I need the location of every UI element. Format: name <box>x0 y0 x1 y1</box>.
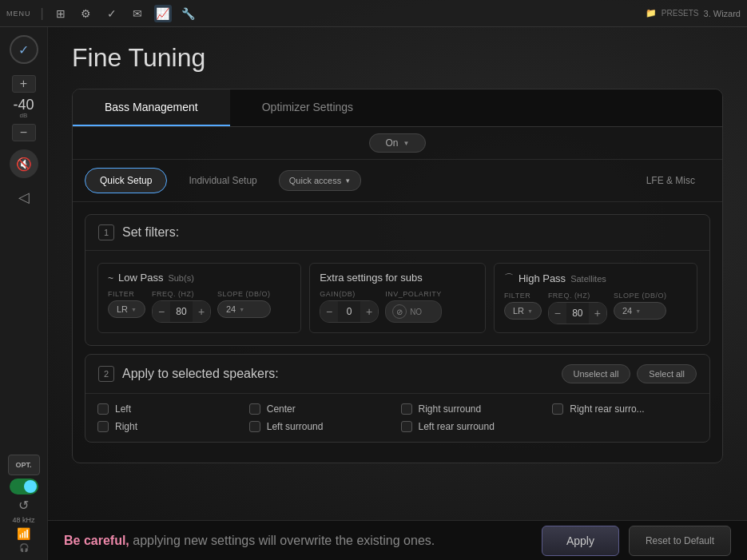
toolbar-icons: ⊞ ⚙ ✓ ✉ 📈 🔧 <box>52 5 197 22</box>
section2-header: 2 Apply to selected speakers: Unselect a… <box>85 355 709 394</box>
subtab-quick-setup[interactable]: Quick Setup <box>85 168 167 193</box>
high-pass-slope-label: SLOPE (dB/o) <box>614 292 667 300</box>
volume-value: -40 <box>13 97 34 112</box>
main-content: Fine Tuning Bass Management Optimizer Se… <box>48 27 747 560</box>
high-pass-filter-select[interactable]: LR <box>504 302 542 320</box>
chart-icon[interactable]: 📈 <box>154 5 172 22</box>
presets-label: PRESETS <box>662 9 699 18</box>
mail-icon[interactable]: ✉ <box>129 5 146 22</box>
extra-name: Extra settings for subs <box>320 272 423 284</box>
speaker-center-label: Center <box>267 403 296 415</box>
speaker-left-label: Left <box>115 403 131 415</box>
high-pass-freq-decrement[interactable]: − <box>549 303 566 324</box>
low-pass-slope-label: SLOPE (dB/o) <box>217 290 271 298</box>
volume-down-button[interactable]: − <box>12 124 36 141</box>
speaker-left-checkbox[interactable] <box>97 403 109 415</box>
speaker-left-surround-checkbox[interactable] <box>249 421 260 432</box>
filter-high-pass: ⌒ High Pass Satellites FILTER LR FREQ. (… <box>494 263 697 333</box>
high-pass-sub: Satellites <box>570 274 606 284</box>
section2-title: Apply to selected speakers: <box>122 367 279 381</box>
tool-icon[interactable]: 🔧 <box>180 5 197 22</box>
high-pass-freq-increment[interactable]: + <box>589 303 606 324</box>
low-pass-freq-decrement[interactable]: − <box>153 301 170 322</box>
gain-value: 0 <box>338 306 360 317</box>
speaker-left: Left <box>97 403 243 415</box>
high-pass-title: ⌒ High Pass Satellites <box>504 272 687 285</box>
select-all-button[interactable]: Select all <box>637 364 697 383</box>
extra-title-row: Extra settings for subs <box>320 272 475 284</box>
gain-increment[interactable]: + <box>360 301 378 322</box>
speaker-center-checkbox[interactable] <box>249 403 260 415</box>
low-pass-filter-select[interactable]: LR <box>108 300 145 318</box>
gain-label: GAIN(dB) <box>320 290 379 298</box>
speaker-right-rear: Right rear surro... <box>552 403 697 415</box>
frequency-label: 48 kHz <box>12 516 34 524</box>
logo: ✓ <box>10 35 38 64</box>
headphone-icon[interactable]: 🎧 <box>19 543 29 552</box>
speaker-button[interactable]: ◁ <box>10 183 38 212</box>
page-title: Fine Tuning <box>72 43 723 73</box>
high-pass-freq-group: FREQ. (hz) − 80 + <box>548 292 607 324</box>
speaker-left-rear-checkbox[interactable] <box>401 421 412 432</box>
quick-access-dropdown[interactable]: Quick access <box>279 170 361 191</box>
main-card: Bass Management Optimizer Settings On Qu… <box>72 89 723 463</box>
sidebar-bottom: OPT. ↺ 48 kHz 📶 🎧 <box>8 455 40 552</box>
speaker-right-checkbox[interactable] <box>97 421 109 432</box>
high-pass-slope-select[interactable]: 24 <box>614 302 667 320</box>
grid-icon[interactable]: ⊞ <box>52 5 70 22</box>
subtab-lfe-misc[interactable]: LFE & Misc <box>631 168 710 193</box>
gain-stepper[interactable]: − 0 + <box>320 300 379 323</box>
refresh-icon[interactable]: ↺ <box>18 498 29 513</box>
low-pass-sub: Sub(s) <box>168 273 193 283</box>
inv-polarity-value: NO <box>410 308 422 316</box>
low-pass-freq-increment[interactable]: + <box>193 301 210 322</box>
low-pass-freq-stepper[interactable]: − 80 + <box>152 300 211 323</box>
wifi-icon: 📶 <box>17 527 30 540</box>
speaker-left-surround: Left surround <box>249 421 395 432</box>
section1-title: Set filters: <box>122 225 179 240</box>
speaker-left-rear-label: Left rear surround <box>419 421 495 432</box>
reset-button[interactable]: Reset to Default <box>629 526 731 556</box>
speakers-grid: Left Center Right surround Right rear su… <box>85 394 709 442</box>
toolbar: MENU | ⊞ ⚙ ✓ ✉ 📈 🔧 📁 PRESETS 3. Wizard <box>0 0 747 27</box>
speaker-right-label: Right <box>115 421 137 432</box>
low-pass-slope-select[interactable]: 24 <box>217 300 271 318</box>
status-bar: On <box>73 127 722 160</box>
section-filters: 1 Set filters: ~ Low Pass Sub(s) FILT <box>85 214 710 346</box>
tab-optimizer-settings[interactable]: Optimizer Settings <box>230 89 385 126</box>
low-pass-name: Low Pass <box>118 272 163 284</box>
section2-number: 2 <box>98 366 114 382</box>
bottom-actions: Apply Reset to Default <box>542 526 731 556</box>
gain-decrement[interactable]: − <box>320 301 338 322</box>
low-pass-freq-group: FREQ. (hz) − 80 + <box>152 290 211 323</box>
volume-up-button[interactable]: + <box>12 75 36 93</box>
check-icon[interactable]: ✓ <box>103 5 121 22</box>
unselect-all-button[interactable]: Unselect all <box>562 364 631 383</box>
speaker-right-surround-label: Right surround <box>419 403 482 415</box>
sub-tabs: Quick Setup Individual Setup Quick acces… <box>73 160 722 202</box>
high-pass-name: High Pass <box>519 272 566 284</box>
speaker-right-rear-checkbox[interactable] <box>552 403 563 415</box>
warning-message: Be careful, applying new settings will o… <box>64 534 435 548</box>
low-pass-curve-icon: ~ <box>108 272 113 284</box>
volume-display: -40 dB <box>13 97 34 119</box>
menu-label[interactable]: MENU <box>6 10 31 18</box>
speaker-left-surround-label: Left surround <box>267 421 324 432</box>
high-pass-freq-stepper[interactable]: − 80 + <box>548 302 607 324</box>
speaker-left-rear: Left rear surround <box>401 421 546 432</box>
subtab-individual-setup[interactable]: Individual Setup <box>173 168 272 193</box>
opt-toggle[interactable] <box>10 479 38 494</box>
inv-polarity-group: INV_POLARITY ⊘ NO <box>385 290 442 323</box>
high-pass-curve-icon: ⌒ <box>504 272 514 285</box>
speaker-right-surround-checkbox[interactable] <box>401 403 412 415</box>
section-speakers: 2 Apply to selected speakers: Unselect a… <box>85 354 710 443</box>
inv-polarity-toggle[interactable]: ⊘ NO <box>385 300 442 323</box>
tab-bass-management[interactable]: Bass Management <box>73 89 230 126</box>
toolbar-right: 📁 PRESETS 3. Wizard <box>646 8 741 18</box>
sidebar: ✓ + -40 dB − 🔇 ◁ OPT. ↺ 48 kHz 📶 🎧 <box>0 27 48 560</box>
folder-icon: 📁 <box>646 8 657 18</box>
mute-button[interactable]: 🔇 <box>10 149 38 178</box>
status-dropdown[interactable]: On <box>369 133 427 153</box>
settings-icon[interactable]: ⚙ <box>77 5 95 22</box>
apply-button[interactable]: Apply <box>542 526 619 556</box>
